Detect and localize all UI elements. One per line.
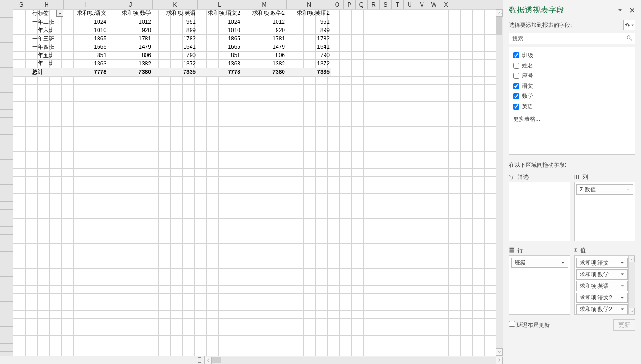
area-field-item[interactable]: 求和项:语文 [576, 258, 628, 268]
row-header[interactable] [0, 344, 13, 352]
col-header-R[interactable]: R [368, 0, 380, 9]
row-header[interactable] [0, 93, 13, 101]
row-header[interactable] [0, 143, 13, 151]
col-header-H[interactable]: H [30, 0, 64, 9]
area-field-item[interactable]: 求和项:数学2 [576, 304, 628, 314]
row-header[interactable] [0, 84, 13, 93]
row-header[interactable] [0, 235, 13, 243]
row-header[interactable] [0, 318, 13, 327]
row-header[interactable] [0, 51, 13, 59]
total-row[interactable]: 总计777873807335777873807335 [13, 68, 331, 76]
value-header[interactable]: 求和项:语文 [64, 9, 108, 18]
value-header[interactable]: 求和项:数学2 [242, 9, 287, 18]
value-header[interactable]: 求和项:数学 [108, 9, 153, 18]
row-header[interactable] [0, 68, 13, 76]
area-field-item[interactable]: 求和项:语文2 [576, 292, 628, 303]
col-header-X[interactable]: X [440, 0, 452, 9]
col-header-N[interactable]: N [287, 0, 331, 9]
table-row[interactable]: 一年一班136313821372136313821372 [13, 59, 331, 68]
col-header-P[interactable]: P [344, 0, 356, 9]
row-header[interactable] [0, 285, 13, 293]
col-header-M[interactable]: M [242, 0, 287, 9]
update-button[interactable]: 更新 [613, 319, 635, 331]
chevron-down-icon[interactable] [620, 296, 625, 299]
row-header[interactable] [0, 252, 13, 260]
row-header[interactable] [0, 327, 13, 335]
row-header[interactable] [0, 76, 13, 84]
field-checkbox[interactable]: 语文 [513, 81, 631, 91]
scroll-thumb[interactable] [496, 17, 502, 35]
row-header[interactable] [0, 18, 13, 26]
table-row[interactable]: 一年六班10109208991010920899 [13, 26, 331, 34]
scroll-up-arrow[interactable] [629, 256, 635, 262]
col-header-S[interactable]: S [380, 0, 392, 9]
col-header-V[interactable]: V [416, 0, 428, 9]
area-field-item[interactable]: 求和项:数学 [576, 269, 628, 280]
row-header[interactable] [0, 218, 13, 227]
row-header[interactable] [0, 126, 13, 135]
row-header[interactable] [0, 243, 13, 252]
col-header-U[interactable]: U [404, 0, 416, 9]
row-header[interactable] [0, 34, 13, 43]
scroll-thumb[interactable] [212, 357, 221, 363]
chevron-down-icon[interactable] [620, 261, 625, 265]
scroll-down-arrow[interactable] [629, 308, 635, 314]
col-header-J[interactable]: J [108, 0, 153, 9]
filters-area[interactable]: 筛选 [509, 172, 570, 241]
area-field-item[interactable]: 求和项:英语 [576, 281, 628, 291]
scroll-up-arrow[interactable] [496, 9, 503, 17]
row-header[interactable] [0, 110, 13, 118]
select-all-corner[interactable] [0, 0, 13, 9]
row-header[interactable] [0, 210, 13, 218]
row-header[interactable] [0, 302, 13, 310]
row-header[interactable] [0, 202, 13, 210]
row-header[interactable] [0, 135, 13, 143]
horizontal-scrollbar[interactable] [0, 356, 503, 364]
row-header[interactable] [0, 59, 13, 68]
row-header[interactable] [0, 193, 13, 202]
chevron-down-icon[interactable] [560, 261, 566, 265]
area-field-item[interactable]: 班级 [511, 258, 568, 268]
area-field-item[interactable]: Σ 数值 [576, 184, 633, 195]
values-area[interactable]: Σ值 求和项:语文求和项:数学求和项:英语求和项:语文2求和项:数学2 [574, 245, 635, 315]
field-checkbox[interactable]: 数学 [513, 91, 631, 101]
chevron-down-icon[interactable] [620, 273, 625, 276]
close-icon[interactable] [629, 7, 635, 13]
col-header-G[interactable]: G [13, 0, 30, 9]
row-header[interactable] [0, 168, 13, 176]
chevron-down-icon[interactable] [620, 284, 625, 288]
row-header[interactable] [0, 176, 13, 185]
table-row[interactable]: 一年四班166514791541166514791541 [13, 43, 331, 51]
row-header[interactable] [0, 335, 13, 344]
more-tables-link[interactable]: 更多表格... [513, 115, 631, 123]
field-checkbox[interactable]: 班级 [513, 50, 631, 60]
chevron-down-icon[interactable] [625, 188, 631, 191]
col-header-T[interactable]: T [392, 0, 404, 9]
row-header[interactable] [0, 151, 13, 160]
col-header-K[interactable]: K [153, 0, 198, 9]
row-header[interactable] [0, 43, 13, 51]
panel-menu-icon[interactable] [617, 7, 623, 13]
col-header-Q[interactable]: Q [356, 0, 368, 9]
scroll-down-arrow[interactable] [496, 348, 503, 356]
row-header[interactable] [0, 185, 13, 193]
row-header[interactable] [0, 227, 13, 235]
rows-area[interactable]: 行 班级 [509, 245, 570, 315]
row-header[interactable] [0, 9, 13, 18]
row-header[interactable] [0, 160, 13, 168]
defer-layout-checkbox[interactable]: 延迟布局更新 [509, 321, 550, 329]
row-header[interactable] [0, 293, 13, 302]
field-checkbox[interactable]: 座号 [513, 71, 631, 81]
value-header[interactable]: 求和项:英语2 [287, 9, 331, 18]
value-header[interactable]: 求和项:英语 [153, 9, 198, 18]
vertical-scrollbar[interactable] [496, 9, 503, 356]
col-header-O[interactable]: O [331, 0, 344, 9]
col-header-I[interactable]: I [64, 0, 108, 9]
value-header[interactable]: 求和项:语文2 [198, 9, 242, 18]
row-header[interactable] [0, 260, 13, 268]
field-checkbox[interactable]: 姓名 [513, 60, 631, 71]
columns-area[interactable]: 列 Σ 数值 [574, 172, 635, 241]
row-labels-dropdown[interactable] [56, 10, 63, 17]
values-scrollbar[interactable] [628, 256, 635, 314]
row-header[interactable] [0, 118, 13, 126]
